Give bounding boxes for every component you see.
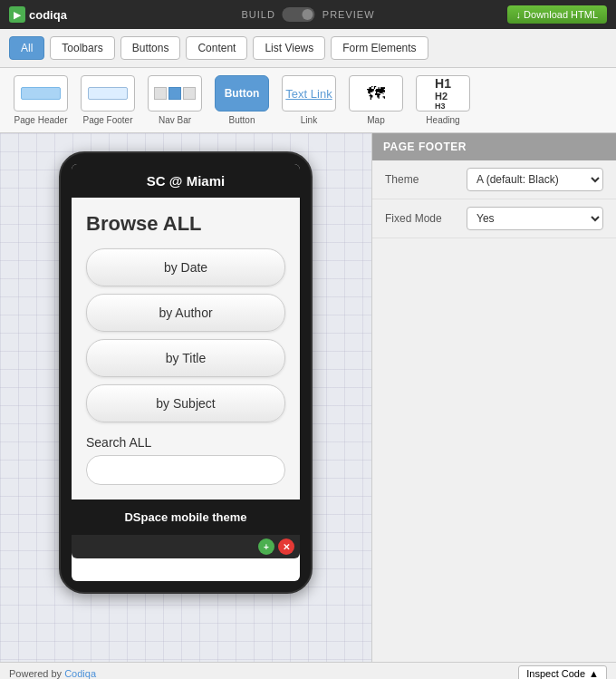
add-component-button[interactable]: + — [258, 538, 274, 555]
button-comp-icon: Button — [215, 75, 269, 112]
browse-by-author-button[interactable]: by Author — [86, 294, 285, 332]
phone-content: Browse ALL by Date by Author by Title by… — [72, 198, 300, 500]
search-label: Search ALL — [86, 435, 285, 450]
main-area: SC @ Miami Browse ALL by Date by Author … — [0, 133, 616, 662]
link-icon: Text Link — [282, 75, 336, 112]
page-footer-icon — [81, 75, 135, 112]
component-icons-row: Page Header Page Footer Nav Bar Button B… — [0, 68, 616, 133]
comp-button[interactable]: Button Button — [210, 75, 274, 125]
fixed-mode-select[interactable]: Yes No — [467, 207, 603, 230]
fixed-mode-label: Fixed Mode — [385, 212, 457, 225]
page-header-label: Page Header — [14, 115, 68, 125]
preview-label: PREVIEW — [322, 9, 375, 20]
theme-select[interactable]: A (default: Black) B (default: White) C … — [467, 168, 603, 191]
remove-component-button[interactable]: ✕ — [278, 538, 294, 555]
build-preview-controls: BUILD PREVIEW — [241, 7, 374, 22]
tab-toolbars[interactable]: Toolbars — [50, 36, 114, 60]
link-label: Link — [301, 115, 317, 125]
inspect-code-button[interactable]: Inspect Code ▲ — [518, 665, 607, 680]
panel-header: PAGE FOOTER — [372, 133, 616, 160]
tab-buttons[interactable]: Buttons — [120, 36, 181, 60]
heading-icon: H1 H2 H3 — [416, 75, 470, 112]
canvas: SC @ Miami Browse ALL by Date by Author … — [0, 133, 371, 662]
comp-map[interactable]: 🗺 Map — [344, 75, 408, 125]
tab-content[interactable]: Content — [186, 36, 247, 60]
theme-row: Theme A (default: Black) B (default: Whi… — [372, 160, 616, 199]
build-preview-toggle[interactable] — [283, 7, 315, 22]
phone-footer: DSpace mobile theme — [72, 500, 300, 535]
brand-logo: ▶ codiqa — [9, 6, 67, 23]
tab-all[interactable]: All — [9, 36, 44, 60]
browse-title: Browse ALL — [86, 212, 285, 236]
browse-by-title-button[interactable]: by Title — [86, 339, 285, 377]
button-label: Button — [229, 115, 255, 125]
comp-page-footer[interactable]: Page Footer — [76, 75, 140, 125]
bottom-bar: Powered by Codiqa Inspect Code ▲ — [0, 662, 616, 679]
map-label: Map — [367, 115, 384, 125]
nav-bar-label: Nav Bar — [159, 115, 191, 125]
map-icon: 🗺 — [349, 75, 403, 112]
powered-by-text: Powered by Codiqa — [9, 668, 518, 679]
top-bar: ▶ codiqa BUILD PREVIEW ↓ Download HTML — [0, 0, 616, 29]
phone-mockup: SC @ Miami Browse ALL by Date by Author … — [59, 151, 313, 594]
phone-header: SC @ Miami — [72, 164, 300, 198]
build-label: BUILD — [241, 9, 274, 20]
page-header-icon — [14, 75, 68, 112]
component-bar: All Toolbars Buttons Content List Views … — [0, 29, 616, 68]
heading-label: Heading — [426, 115, 459, 125]
comp-link[interactable]: Text Link Link — [277, 75, 341, 125]
tab-form-elements[interactable]: Form Elements — [331, 36, 428, 60]
search-input[interactable] — [86, 455, 285, 485]
phone-controls: + ✕ — [72, 535, 300, 558]
right-panel: PAGE FOOTER Theme A (default: Black) B (… — [371, 133, 616, 662]
fixed-mode-row: Fixed Mode Yes No — [372, 199, 616, 238]
link-icon-text: Text Link — [285, 87, 332, 101]
tab-list-views[interactable]: List Views — [253, 36, 325, 60]
page-footer-label: Page Footer — [82, 115, 132, 125]
map-icon-symbol: 🗺 — [367, 83, 385, 104]
comp-nav-bar[interactable]: Nav Bar — [143, 75, 207, 125]
brand-name: codiqa — [29, 8, 67, 22]
button-icon-text: Button — [225, 87, 260, 100]
phone-screen: SC @ Miami Browse ALL by Date by Author … — [72, 164, 300, 581]
browse-by-subject-button[interactable]: by Subject — [86, 384, 285, 422]
download-html-button[interactable]: ↓ Download HTML — [507, 5, 607, 24]
comp-heading[interactable]: H1 H2 H3 Heading — [411, 75, 475, 125]
codiqa-link[interactable]: Codiqa — [64, 668, 96, 679]
search-wrapper: 🔍 — [86, 455, 285, 485]
nav-bar-icon — [148, 75, 202, 112]
comp-page-header[interactable]: Page Header — [9, 75, 72, 125]
browse-by-date-button[interactable]: by Date — [86, 248, 285, 286]
theme-label: Theme — [385, 173, 457, 186]
logo-icon: ▶ — [9, 6, 25, 23]
